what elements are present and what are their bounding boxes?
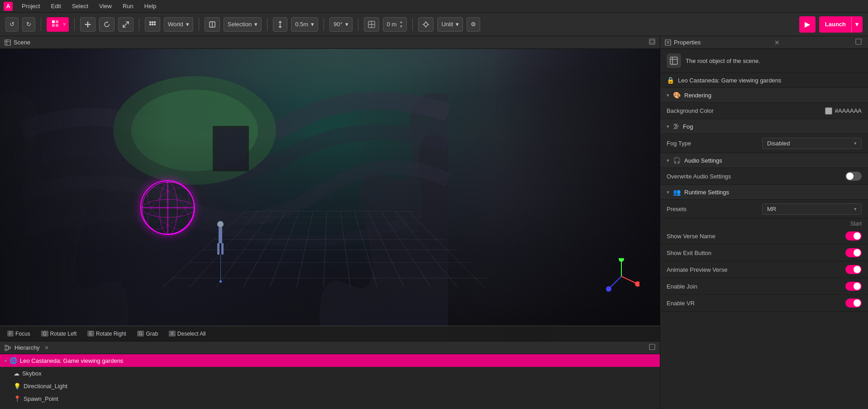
hierarchy-maximize-button[interactable]: [649, 344, 655, 351]
runtime-section-header[interactable]: ▾ 👥 Runtime Settings: [660, 185, 868, 200]
unlit-dropdown-arrow: ▾: [456, 21, 459, 28]
step-label: 0.5m: [295, 21, 308, 28]
presets-dropdown[interactable]: MR ▾: [762, 203, 862, 215]
menu-project[interactable]: Project: [20, 2, 42, 10]
properties-icon: [665, 39, 671, 46]
fog-section-header[interactable]: ▾ 🌫 Fog: [660, 119, 868, 134]
position-stepper[interactable]: ▲ ▼: [399, 20, 403, 29]
properties-close-button[interactable]: ✕: [774, 39, 780, 46]
height-button[interactable]: [273, 17, 287, 32]
settings-button[interactable]: ⚙: [467, 17, 480, 32]
animate-preview-verse-row: Animate Preview Verse: [660, 261, 868, 278]
selection-dropdown-arrow: ▾: [254, 21, 258, 28]
selection-dropdown[interactable]: Selection ▾: [224, 17, 262, 32]
fog-type-dropdown[interactable]: Disabled ▾: [762, 138, 862, 149]
hierarchy-item-skybox[interactable]: ☁ Skybox: [0, 367, 660, 380]
snap-center-button[interactable]: [205, 17, 220, 32]
app-logo: A: [4, 2, 13, 11]
launch-dropdown-arrow[interactable]: ▾: [851, 17, 862, 32]
selection-label: Selection: [228, 21, 252, 28]
menu-edit[interactable]: Edit: [49, 2, 62, 10]
redo-button[interactable]: ↻: [22, 17, 35, 32]
deselect-all-button[interactable]: X Deselect All: [166, 330, 208, 338]
spawn-label: Spawn_Point: [24, 395, 58, 402]
rotate-right-button[interactable]: E Rotate Right: [85, 330, 129, 338]
fog-type-value: Disabled: [767, 140, 790, 147]
svg-rect-8: [152, 24, 153, 25]
svg-rect-6: [154, 21, 156, 23]
runtime-title: Runtime Settings: [684, 189, 729, 196]
select-tool-button[interactable]: [49, 19, 61, 30]
hierarchy-close[interactable]: ✕: [44, 345, 49, 351]
menu-help[interactable]: Help: [143, 2, 158, 10]
scene-figure-object: [217, 221, 224, 255]
rendering-section-header[interactable]: ▾ 🎨 Rendering: [660, 88, 868, 103]
menu-view[interactable]: View: [97, 2, 114, 10]
show-exit-button-label: Show Exit Button: [667, 250, 845, 256]
lighting-button[interactable]: [418, 17, 434, 32]
rotate-left-label: Rotate Left: [50, 331, 77, 337]
step-dropdown[interactable]: 0.5m ▾: [291, 17, 318, 32]
scene-viewport[interactable]: Z X Y F Focus: [0, 49, 660, 341]
svg-line-34: [610, 276, 621, 288]
audio-section-header[interactable]: ▾ 🎧 Audio Settings: [660, 153, 868, 168]
menu-run[interactable]: Run: [121, 2, 135, 10]
presets-label: Presets: [667, 206, 762, 212]
move-tool-button[interactable]: [80, 17, 95, 32]
enable-vr-toggle[interactable]: [845, 298, 862, 308]
world-dropdown[interactable]: World ▾: [164, 17, 193, 32]
scale-tool-button[interactable]: [118, 17, 134, 32]
scene-bottom-toolbar: F Focus Q Rotate Left E Rotate Right G G…: [0, 326, 660, 341]
svg-rect-4: [149, 21, 151, 23]
svg-line-37: [621, 276, 636, 283]
svg-rect-50: [649, 344, 655, 350]
height-dot: [219, 280, 222, 283]
rendering-chevron: ▾: [667, 92, 669, 98]
enable-join-toggle[interactable]: [845, 282, 862, 291]
root-object-row: The root object of the scene.: [660, 49, 868, 73]
svg-rect-3: [56, 24, 58, 27]
hierarchy-item-spawn[interactable]: 📍 Spawn_Point: [0, 392, 660, 405]
background-color-row: Background Color #AAAAAA: [660, 103, 868, 119]
color-swatch[interactable]: [825, 107, 832, 115]
scene-sphere-object[interactable]: [140, 180, 195, 235]
overwrite-audio-toggle[interactable]: [845, 172, 862, 181]
rotate-tool-button[interactable]: [99, 17, 114, 32]
grab-button[interactable]: G Grab: [134, 330, 161, 338]
overwrite-audio-row: Overwrite Audio Settings: [660, 168, 868, 185]
separator-4: [199, 18, 199, 31]
scene-name-row: 🔒 Leo Castaneda: Game viewing gardens: [660, 73, 868, 88]
presets-arrow: ▾: [854, 206, 857, 212]
animate-preview-verse-toggle[interactable]: [845, 265, 862, 274]
hierarchy-header: Hierarchy ✕: [0, 342, 660, 354]
skybox-label: Skybox: [22, 370, 42, 377]
scene-panel: Scene: [0, 36, 660, 341]
unlit-dropdown[interactable]: Unlit ▾: [437, 17, 463, 32]
spawn-icon: 📍: [14, 395, 21, 402]
play-button[interactable]: ▶: [799, 16, 816, 33]
play-icon: ▶: [805, 20, 810, 29]
snap-button[interactable]: [145, 17, 160, 32]
rotate-right-key: E: [87, 331, 94, 337]
hierarchy-item-floor[interactable]: 🗺 Floor_Plan: [0, 405, 660, 409]
undo-button[interactable]: ↺: [5, 17, 19, 32]
properties-maximize-button[interactable]: [855, 38, 862, 46]
hierarchy-item-root[interactable]: ▾ 🌐 Leo Castaneda: Game viewing gardens: [0, 354, 660, 367]
show-verse-name-toggle[interactable]: [845, 231, 862, 241]
show-exit-button-toggle[interactable]: [845, 248, 862, 257]
focus-tool-button[interactable]: F Focus: [5, 330, 33, 338]
background-color-value[interactable]: #AAAAAA: [825, 107, 862, 115]
enable-vr-label: Enable VR: [667, 300, 845, 307]
hierarchy-item-light[interactable]: 💡 Directional_Light: [0, 380, 660, 392]
menu-select[interactable]: Select: [70, 2, 90, 10]
properties-content: The root object of the scene. 🔒 Leo Cast…: [660, 49, 868, 409]
angle-dropdown[interactable]: 90° ▾: [329, 17, 353, 32]
scene-maximize-button[interactable]: [649, 38, 655, 46]
grid-button[interactable]: [364, 17, 379, 32]
skybox-icon: ☁: [14, 370, 19, 377]
presets-row: Presets MR ▾: [660, 200, 868, 219]
launch-button[interactable]: Launch ▾: [819, 16, 863, 33]
position-dropdown[interactable]: 0 m ▲ ▼: [383, 17, 407, 32]
rotate-left-button[interactable]: Q Rotate Left: [38, 330, 80, 338]
transform-tools[interactable]: ▾: [47, 17, 69, 32]
